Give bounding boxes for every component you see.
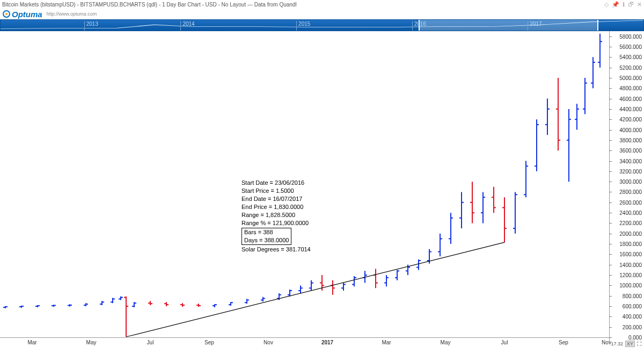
title-bar-icons: ◇ 📌 ℹ 🗗 ✕ bbox=[604, 1, 642, 8]
footer-value: 17.32 bbox=[611, 341, 623, 346]
x-tick: May bbox=[86, 340, 97, 345]
y-tick: 2800.000 bbox=[619, 189, 642, 195]
y-tick: 2600.000 bbox=[619, 199, 642, 205]
y-tick: 5400.000 bbox=[619, 54, 642, 60]
y-tick: 4000.000 bbox=[619, 127, 642, 133]
y-tick: 4800.000 bbox=[619, 85, 642, 91]
diamond-icon[interactable]: ◇ bbox=[604, 1, 609, 8]
expand-icon[interactable]: ⛶ bbox=[637, 341, 642, 346]
x-tick: Mar bbox=[382, 340, 391, 345]
nav-year-2017[interactable]: 2017 bbox=[528, 21, 541, 31]
close-icon[interactable]: ✕ bbox=[637, 1, 642, 8]
annotation-line: End Price = 1,830.0000 bbox=[241, 203, 311, 211]
x-tick: Sep bbox=[204, 340, 214, 345]
y-tick: 3400.000 bbox=[619, 158, 642, 164]
annotation-line: Range = 1,828.5000 bbox=[241, 211, 311, 219]
y-tick: 5000.000 bbox=[619, 75, 642, 81]
y-tick: 3200.000 bbox=[619, 168, 642, 174]
navigator-window[interactable] bbox=[419, 20, 598, 31]
y-tick: 2400.000 bbox=[619, 210, 642, 216]
annotation-solar: Solar Degrees = 381.7014 bbox=[241, 246, 311, 254]
nav-year-2014[interactable]: 2014 bbox=[180, 21, 194, 31]
y-tick: 600.000 bbox=[623, 304, 642, 309]
nav-year-2016[interactable]: 2016 bbox=[412, 21, 426, 31]
x-tick: Jul bbox=[501, 340, 508, 345]
svg-point-1 bbox=[5, 13, 8, 15]
pin-icon[interactable]: 📌 bbox=[612, 1, 619, 8]
optuma-logo[interactable]: Optuma bbox=[2, 10, 42, 19]
x-tick: Sep bbox=[559, 340, 568, 345]
y-tick: 2000.000 bbox=[619, 230, 642, 236]
logo-text: Optuma bbox=[12, 10, 42, 19]
annotation-line: Start Price = 1.5000 bbox=[241, 187, 311, 195]
y-tick: 4600.000 bbox=[619, 96, 642, 102]
y-tick: 4200.000 bbox=[619, 117, 642, 122]
y-tick: 5800.000 bbox=[619, 33, 642, 39]
annotation-line: End Date = 16/07/2017 bbox=[241, 195, 311, 203]
y-tick: 0.000 bbox=[628, 335, 642, 341]
y-tick: 1600.000 bbox=[619, 251, 642, 257]
window-title: Bitcoin Markets (bitstampUSD) - BITSTAMP… bbox=[2, 2, 297, 8]
y-tick: 3600.000 bbox=[619, 148, 642, 154]
chart-area[interactable]: 0.000200.000400.000600.000800.0001000.00… bbox=[0, 31, 644, 348]
chart-footer: 17.32 XY ⛶ bbox=[611, 341, 642, 347]
y-tick: 5600.000 bbox=[619, 44, 642, 49]
y-tick: 1800.000 bbox=[619, 241, 642, 247]
y-axis[interactable]: 0.000200.000400.000600.000800.0001000.00… bbox=[609, 31, 644, 343]
xy-button[interactable]: XY bbox=[625, 341, 635, 347]
x-tick: Mar bbox=[27, 340, 36, 345]
y-tick: 5200.000 bbox=[619, 64, 642, 70]
annotation-highlight-box: Bars = 388Days = 388.0000 bbox=[241, 228, 291, 245]
y-tick: 200.000 bbox=[623, 324, 642, 330]
y-tick: 1400.000 bbox=[619, 262, 642, 268]
y-tick: 4400.000 bbox=[619, 106, 642, 112]
x-tick: 2017 bbox=[321, 340, 333, 345]
restore-icon[interactable]: 🗗 bbox=[628, 1, 634, 8]
info-icon[interactable]: ℹ bbox=[623, 1, 625, 8]
time-navigator[interactable]: 20132014201520162017 bbox=[0, 19, 644, 31]
measure-annotation[interactable]: Start Date = 23/06/2016Start Price = 1.5… bbox=[241, 179, 311, 254]
trendline bbox=[126, 242, 504, 337]
x-axis[interactable]: MarMayJulSepNov2017MarMayJulSepNov bbox=[0, 337, 609, 348]
x-tick: May bbox=[441, 340, 451, 345]
y-tick: 800.000 bbox=[623, 293, 642, 299]
y-tick: 1000.000 bbox=[619, 283, 642, 288]
window-title-bar: Bitcoin Markets (bitstampUSD) - BITSTAMP… bbox=[0, 0, 644, 9]
annotation-line: Range % = 121,900.0000 bbox=[241, 219, 311, 227]
annotation-boxed-line: Days = 388.0000 bbox=[244, 236, 289, 244]
y-tick: 400.000 bbox=[623, 314, 642, 320]
y-tick: 3000.000 bbox=[619, 179, 642, 185]
y-tick: 1200.000 bbox=[619, 272, 642, 278]
y-tick: 2200.000 bbox=[619, 220, 642, 226]
logo-url[interactable]: http://www.optuma.com bbox=[47, 11, 97, 17]
x-tick: Nov bbox=[264, 340, 273, 345]
nav-year-2013[interactable]: 2013 bbox=[84, 21, 98, 31]
nav-year-2015[interactable]: 2015 bbox=[296, 21, 310, 31]
annotation-line: Start Date = 23/06/2016 bbox=[241, 179, 311, 187]
logo-bar: Optuma http://www.optuma.com bbox=[0, 9, 644, 19]
annotation-boxed-line: Bars = 388 bbox=[244, 228, 289, 236]
y-tick: 3800.000 bbox=[619, 137, 642, 143]
x-tick: Nov bbox=[602, 340, 611, 345]
x-tick: Jul bbox=[147, 340, 154, 345]
